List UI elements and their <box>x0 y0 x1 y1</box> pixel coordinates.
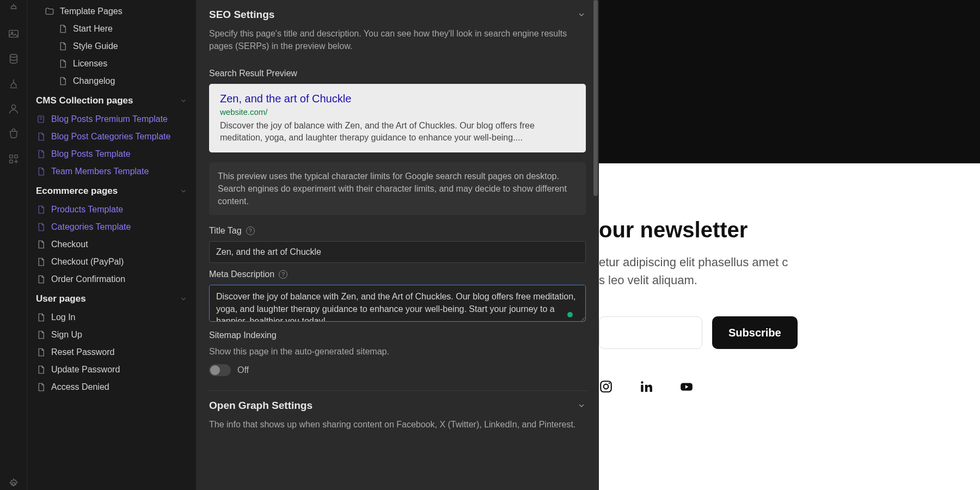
icon-rail <box>0 0 27 490</box>
page-icon <box>36 222 46 232</box>
toggle-state-label: Off <box>237 365 249 375</box>
sidebar-item-blog-posts-premium[interactable]: Blog Posts Premium Template <box>27 111 196 128</box>
sidebar-item-label: Sign Up <box>51 330 82 340</box>
sitemap-toggle[interactable] <box>209 364 231 376</box>
sidebar-item-label: Access Denied <box>51 382 109 392</box>
sidebar-item-products[interactable]: Products Template <box>27 201 196 218</box>
sidebar-item-update-password[interactable]: Update Password <box>27 361 196 378</box>
sidebar-section-ecommerce[interactable]: Ecommerce pages <box>27 180 196 201</box>
svg-rect-0 <box>9 30 18 38</box>
meta-description-input[interactable] <box>209 285 586 322</box>
sidebar-section-cms[interactable]: CMS Collection pages <box>27 90 196 111</box>
svg-point-13 <box>641 381 643 383</box>
preview-desc: Discover the joy of balance with Zen, an… <box>220 120 575 143</box>
subscribe-button[interactable]: Subscribe <box>712 316 798 349</box>
sidebar-item-style-guide[interactable]: Style Guide <box>27 38 196 55</box>
sidebar-item-label: Blog Posts Premium Template <box>51 114 168 124</box>
apps-icon[interactable] <box>8 153 20 165</box>
meta-description-label: Meta Description ? <box>207 263 588 285</box>
canvas-preview: our newsletter etur adipiscing elit phas… <box>599 0 980 490</box>
section-title: User pages <box>36 293 86 304</box>
svg-rect-5 <box>14 155 17 158</box>
label-text: Meta Description <box>209 270 274 279</box>
chevron-down-icon <box>577 401 586 410</box>
help-icon[interactable]: ? <box>246 226 255 235</box>
sidebar-item-label: Start Here <box>73 24 113 34</box>
sitemap-description: Show this page in the auto-generated sit… <box>207 346 588 362</box>
preview-note: This preview uses the typical character … <box>209 162 586 216</box>
sidebar-item-label: Licenses <box>73 59 107 69</box>
search-result-preview: Zen, and the art of Chuckle website.com/… <box>209 84 586 152</box>
sidebar-item-label: Blog Posts Template <box>51 149 131 159</box>
section-title: Ecommerce pages <box>36 186 118 197</box>
image-icon[interactable] <box>8 28 20 40</box>
sidebar-item-start-here[interactable]: Start Here <box>27 20 196 38</box>
brush-icon[interactable] <box>8 3 20 15</box>
svg-point-10 <box>604 384 609 389</box>
og-section-header[interactable]: Open Graph Settings <box>207 391 588 418</box>
svg-point-2 <box>10 54 17 58</box>
template-icon <box>36 114 46 124</box>
pages-sidebar: Template Pages Start Here Style Guide Li… <box>27 0 196 490</box>
sidebar-folder-template-pages[interactable]: Template Pages <box>27 3 196 20</box>
youtube-icon[interactable] <box>679 379 694 394</box>
svg-rect-12 <box>641 385 643 392</box>
scrollbar[interactable] <box>593 0 598 196</box>
linkedin-icon[interactable] <box>639 379 653 394</box>
page-icon <box>58 41 68 51</box>
settings-icon[interactable] <box>8 478 20 490</box>
sidebar-item-order-confirmation[interactable]: Order Confirmation <box>27 271 196 288</box>
database-icon[interactable] <box>8 53 20 65</box>
sidebar-item-label: Team Members Template <box>51 167 149 176</box>
sidebar-item-licenses[interactable]: Licenses <box>27 55 196 72</box>
panel-title: SEO Settings <box>209 9 274 21</box>
seo-description: Specify this page's title and descriptio… <box>207 27 588 62</box>
variables-icon[interactable] <box>8 78 20 90</box>
chevron-down-icon <box>180 187 187 195</box>
sidebar-section-user[interactable]: User pages <box>27 288 196 309</box>
sidebar-item-team-members[interactable]: Team Members Template <box>27 163 196 180</box>
sidebar-item-reset-password[interactable]: Reset Password <box>27 344 196 361</box>
page-icon <box>36 257 46 267</box>
chevron-down-icon <box>180 97 187 105</box>
page-icon <box>36 149 46 159</box>
newsletter-body: etur adipiscing elit phasellus amet c s … <box>599 253 980 289</box>
page-icon <box>58 76 68 86</box>
sidebar-item-label: Products Template <box>51 205 123 215</box>
sidebar-item-label: Changelog <box>73 76 115 86</box>
sidebar-item-login[interactable]: Log In <box>27 309 196 326</box>
sidebar-item-label: Checkout (PayPal) <box>51 257 124 267</box>
instagram-icon[interactable] <box>599 379 613 394</box>
sidebar-item-label: Template Pages <box>60 7 122 16</box>
ecommerce-icon[interactable] <box>8 128 20 140</box>
folder-icon <box>45 7 54 16</box>
chevron-down-icon <box>577 10 586 19</box>
og-description: The info that shows up when sharing cont… <box>207 418 588 440</box>
chevron-down-icon <box>180 295 187 303</box>
page-icon <box>36 347 46 357</box>
preview-url: website.com/ <box>220 107 575 117</box>
sidebar-item-checkout[interactable]: Checkout <box>27 236 196 253</box>
title-tag-input[interactable] <box>209 241 586 263</box>
sidebar-item-signup[interactable]: Sign Up <box>27 326 196 344</box>
sidebar-item-label: Blog Post Categories Template <box>51 132 170 142</box>
seo-section-header[interactable]: SEO Settings <box>207 0 588 27</box>
page-icon <box>36 382 46 392</box>
svg-rect-4 <box>9 155 13 158</box>
sidebar-item-categories[interactable]: Categories Template <box>27 218 196 236</box>
sidebar-item-checkout-paypal[interactable]: Checkout (PayPal) <box>27 253 196 271</box>
sidebar-item-blog-categories[interactable]: Blog Post Categories Template <box>27 128 196 145</box>
sidebar-item-label: Checkout <box>51 240 88 249</box>
sidebar-item-blog-posts[interactable]: Blog Posts Template <box>27 145 196 163</box>
button-label: Subscribe <box>728 327 781 339</box>
page-icon <box>36 365 46 375</box>
sidebar-item-changelog[interactable]: Changelog <box>27 72 196 90</box>
preview-title: Zen, and the art of Chuckle <box>220 93 575 105</box>
help-icon[interactable]: ? <box>279 270 287 279</box>
title-tag-label: Title Tag ? <box>207 219 588 241</box>
sidebar-item-access-denied[interactable]: Access Denied <box>27 378 196 396</box>
email-field[interactable] <box>599 316 702 349</box>
users-icon[interactable] <box>8 103 20 115</box>
search-preview-label: Search Result Preview <box>207 62 588 84</box>
section-title: CMS Collection pages <box>36 95 133 106</box>
